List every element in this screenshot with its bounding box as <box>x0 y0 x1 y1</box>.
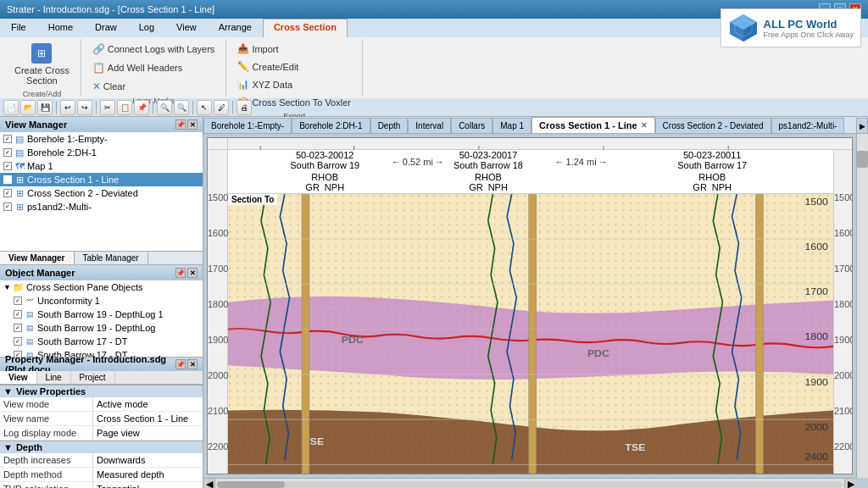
tab-view[interactable]: View <box>165 19 208 37</box>
view-item-cross2[interactable]: ✓ ⊞ Cross Section 2 - Deviated <box>0 186 203 200</box>
tab-draw[interactable]: Draw <box>84 19 128 37</box>
view-item-borehole1[interactable]: ✓ ▤ Borehole 1:-Empty- <box>0 132 203 146</box>
tab-file[interactable]: File <box>0 19 37 37</box>
create-edit-icon: ✏️ <box>237 61 249 72</box>
chart-area[interactable]: | | | | | 1500 1600 1700 1800 <box>203 134 868 488</box>
view-mode-label: View mode <box>0 397 93 411</box>
toolbar-save[interactable]: 💾 <box>37 100 53 115</box>
horizontal-scrollbar[interactable]: ◀ ▶ <box>203 478 856 488</box>
toolbar-draw[interactable]: 🖊 <box>214 100 229 115</box>
view-item-ps1and2[interactable]: ✓ ⊞ ps1and2:-Multi- <box>0 200 203 214</box>
hscroll-left[interactable]: ◀ <box>203 479 215 488</box>
doc-tab-ps[interactable]: ps1and2:-Multi- <box>771 118 845 133</box>
map1-checkbox[interactable]: ✓ <box>3 162 12 170</box>
tab-arrange[interactable]: Arrange <box>208 19 263 37</box>
bh1-logs2: GR NPH <box>276 182 373 192</box>
right-content: Borehole 1:-Empty- Borehole 2:DH-1 Depth… <box>203 117 868 488</box>
doc-tab-borehole1[interactable]: Borehole 1:-Empty- <box>203 118 292 133</box>
bh3-logs: RHOB <box>664 172 760 182</box>
object-manager-title: Object Manager <box>5 268 75 278</box>
hscroll-thumb[interactable] <box>217 481 285 488</box>
view-item-borehole2[interactable]: ✓ ▤ Borehole 2:DH-1 <box>0 146 203 159</box>
xyz-data-button[interactable]: 📊 XYZ Data <box>233 76 297 92</box>
toolbar-zoom-out[interactable]: 🔍 <box>174 100 189 115</box>
create-cross-section-button[interactable]: ⊞ Create CrossSection <box>10 41 74 88</box>
toolbar-open[interactable]: 📂 <box>20 100 36 115</box>
tab-cross-section[interactable]: Cross Section <box>263 19 348 37</box>
doc-tab-collars[interactable]: Collars <box>451 118 492 133</box>
obj-manager-pin[interactable]: 📌 <box>175 268 186 278</box>
sb19-checkbox[interactable]: ✓ <box>14 324 22 332</box>
doc-tab-interval[interactable]: Interval <box>408 118 451 133</box>
cross1-label: Cross Section 1 - Line <box>27 175 119 185</box>
doc-tab-map1[interactable]: Map 1 <box>492 118 531 133</box>
obj-sb19-depthlog[interactable]: ✓ ▤ South Barrow 19 - DepthLog <box>0 321 203 335</box>
distance-label-2: ←1.24 mi→ <box>555 157 608 167</box>
toolbar-cut[interactable]: ✂ <box>100 100 115 115</box>
svg-text:1900: 1900 <box>805 376 829 388</box>
doc-tab-borehole2[interactable]: Borehole 2:DH-1 <box>292 118 370 133</box>
view-tab-table-manager[interactable]: Table Manager <box>75 252 148 264</box>
view-tab-view-manager[interactable]: View Manager <box>0 252 75 264</box>
connect-logs-button[interactable]: 🔗 Connect Logs with Layers <box>88 41 220 58</box>
view-manager-pin[interactable]: 📌 <box>175 119 186 130</box>
prop-tab-line[interactable]: Line <box>37 371 71 384</box>
import-label: Import <box>252 44 278 54</box>
unconf-checkbox[interactable]: ✓ <box>14 297 22 305</box>
toolbar-zoom-in[interactable]: 🔍 <box>157 100 172 115</box>
obj-cross-section-pane[interactable]: ▼ 📁 Cross Section Pane Objects <box>0 280 203 294</box>
object-manager-header: Object Manager 📌 ✕ <box>0 265 203 280</box>
prop-tab-view[interactable]: View <box>0 371 37 384</box>
hscroll-right[interactable]: ▶ <box>844 479 856 488</box>
sb17-1-checkbox[interactable]: ✓ <box>14 337 22 346</box>
create-edit-button[interactable]: ✏️ Create/Edit <box>233 58 303 75</box>
vruler-1800: 1800 <box>208 299 227 309</box>
tab-scroll-right[interactable]: ▶ <box>856 118 868 133</box>
borehole1-checkbox[interactable]: ✓ <box>3 135 12 143</box>
sb19-icon: ▤ <box>24 322 36 334</box>
tab-home[interactable]: Home <box>37 19 84 37</box>
obj-manager-close[interactable]: ✕ <box>187 268 198 278</box>
obj-sb19-depthlog1[interactable]: ✓ ▤ South Barrow 19 - DepthLog 1 <box>0 308 203 321</box>
view-manager-close[interactable]: ✕ <box>187 119 198 130</box>
cross2-checkbox[interactable]: ✓ <box>3 189 12 197</box>
obj-sb17-dt1[interactable]: ✓ ▤ South Barrow 17 - DT <box>0 335 203 348</box>
doc-tab-depth[interactable]: Depth <box>370 118 409 133</box>
doc-tab-cross1[interactable]: Cross Section 1 - Line ✕ <box>531 117 655 133</box>
import-button[interactable]: 📥 Import <box>233 41 282 57</box>
vertical-scrollbar[interactable] <box>856 134 868 478</box>
clear-button[interactable]: ✕ Clear <box>88 78 130 95</box>
toolbar-undo[interactable]: ↩ <box>60 100 75 115</box>
rruler-1500: 1500 <box>834 192 852 202</box>
left-panels: View Manager 📌 ✕ ✓ ▤ Borehole 1:-Empty- … <box>0 117 203 488</box>
create-cross-icon: ⊞ <box>31 43 52 64</box>
toolbar-print[interactable]: 🖨 <box>236 100 252 115</box>
bh3-logs2: GR NPH <box>664 182 760 192</box>
prop-manager-close[interactable]: ✕ <box>187 359 198 369</box>
prop-manager-pin[interactable]: 📌 <box>175 359 186 369</box>
logo-icon <box>728 13 759 43</box>
prop-tab-project[interactable]: Project <box>71 371 115 384</box>
cross1-checkbox[interactable]: ✓ <box>3 175 12 184</box>
toolbar-sep-2 <box>96 101 97 114</box>
tab-log[interactable]: Log <box>128 19 165 37</box>
toolbar-new[interactable]: 📄 <box>3 100 19 115</box>
toolbar-redo[interactable]: ↪ <box>77 100 92 115</box>
obj-unconformity[interactable]: ✓ 〰 Unconformity 1 <box>0 294 203 308</box>
toolbar-paste[interactable]: 📌 <box>134 100 149 115</box>
ps-checkbox[interactable]: ✓ <box>3 202 12 211</box>
view-item-map1[interactable]: ✓ 🗺 Map 1 <box>0 159 203 173</box>
sb19-1-checkbox[interactable]: ✓ <box>14 310 22 319</box>
view-item-cross1[interactable]: ✓ ⊞ Cross Section 1 - Line <box>0 173 203 186</box>
vscroll-thumb[interactable] <box>857 151 868 168</box>
doc-tab-cross2[interactable]: Cross Section 2 - Deviated <box>655 118 771 133</box>
cross1-tab-close[interactable]: ✕ <box>641 121 648 130</box>
bh3-rhob: RHOB <box>698 172 726 182</box>
toolbar-copy[interactable]: 📋 <box>117 100 132 115</box>
hscroll-track[interactable] <box>217 481 843 488</box>
log-display-value: Page view <box>93 426 203 440</box>
borehole2-checkbox[interactable]: ✓ <box>3 148 12 157</box>
toolbar-select[interactable]: ↖ <box>197 100 212 115</box>
add-well-headers-button[interactable]: 📋 Add Well Headers <box>88 59 186 76</box>
cross2-label: Cross Section 2 - Deviated <box>27 188 138 198</box>
